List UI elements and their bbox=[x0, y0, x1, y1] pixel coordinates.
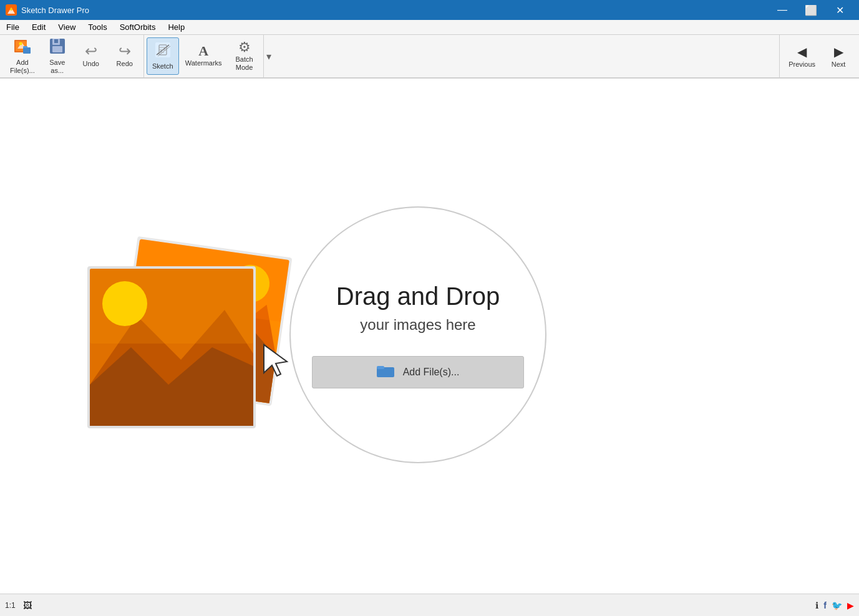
maximize-button[interactable]: ⬜ bbox=[797, 0, 825, 20]
drag-drop-title: Drag and Drop bbox=[336, 281, 500, 311]
batch-mode-icon: ⚙ bbox=[238, 41, 251, 54]
toolbar: AddFile(s)... Saveas... ↩ Undo ↪ Redo bbox=[0, 35, 859, 79]
svg-rect-12 bbox=[54, 39, 58, 43]
main-content: Drag and Drop your images here Add File(… bbox=[0, 79, 859, 594]
previous-icon: ◀ bbox=[797, 44, 807, 59]
add-files-drop-label: Add File(s)... bbox=[403, 367, 460, 378]
close-button[interactable]: ✕ bbox=[825, 0, 854, 20]
cursor-icon bbox=[261, 342, 292, 382]
image-info-icon: 🖼 bbox=[23, 600, 32, 610]
add-files-drop-button[interactable]: Add File(s)... bbox=[312, 356, 524, 388]
menu-help[interactable]: Help bbox=[162, 20, 191, 34]
sketch-icon bbox=[154, 41, 172, 61]
menu-file[interactable]: File bbox=[0, 20, 26, 34]
status-social-icons: ℹ f 🐦 ▶ bbox=[815, 600, 854, 610]
save-as-button[interactable]: Saveas... bbox=[41, 37, 74, 75]
menu-edit[interactable]: Edit bbox=[26, 20, 52, 34]
sketch-button[interactable]: Sketch bbox=[147, 37, 179, 75]
toolbar-tools-group: Sketch A Watermarks ⚙ BatchMode bbox=[144, 35, 264, 77]
svg-rect-37 bbox=[377, 366, 384, 369]
status-bar: 1:1 🖼 ℹ f 🐦 ▶ bbox=[0, 594, 859, 616]
photo-illustration bbox=[62, 229, 312, 441]
svg-rect-8 bbox=[23, 46, 27, 48]
previous-label: Previous bbox=[789, 60, 815, 68]
facebook-icon: f bbox=[823, 600, 827, 610]
menu-bar: File Edit View Tools SoftOrbits Help bbox=[0, 20, 859, 35]
youtube-icon: ▶ bbox=[847, 600, 854, 610]
add-files-icon bbox=[13, 37, 32, 57]
add-files-label: AddFile(s)... bbox=[10, 59, 35, 75]
svg-point-2 bbox=[10, 8, 12, 11]
drop-zone-circle[interactable]: Drag and Drop your images here Add File(… bbox=[287, 204, 549, 468]
next-button[interactable]: ▶ Next bbox=[823, 37, 854, 75]
undo-label: Undo bbox=[83, 60, 99, 68]
batch-mode-button[interactable]: ⚙ BatchMode bbox=[228, 37, 261, 75]
save-as-label: Saveas... bbox=[49, 59, 65, 75]
folder-icon bbox=[377, 363, 396, 381]
previous-button[interactable]: ◀ Previous bbox=[782, 37, 822, 75]
svg-rect-33 bbox=[90, 269, 253, 344]
app-title: Sketch Drawer Pro bbox=[21, 6, 768, 15]
window-controls: — ⬜ ✕ bbox=[768, 0, 854, 20]
watermarks-label: Watermarks bbox=[185, 59, 222, 67]
svg-marker-34 bbox=[264, 345, 287, 376]
next-icon: ▶ bbox=[834, 44, 843, 59]
next-label: Next bbox=[832, 60, 846, 68]
title-bar: Sketch Drawer Pro — ⬜ ✕ bbox=[0, 0, 859, 20]
svg-point-6 bbox=[19, 42, 22, 45]
add-files-button[interactable]: AddFile(s)... bbox=[5, 37, 40, 75]
drag-drop-subtitle: your images here bbox=[360, 316, 475, 334]
redo-button[interactable]: ↪ Redo bbox=[109, 37, 141, 75]
menu-view[interactable]: View bbox=[52, 20, 82, 34]
undo-button[interactable]: ↩ Undo bbox=[75, 37, 107, 75]
info-icon: ℹ bbox=[815, 600, 818, 610]
batch-mode-label: BatchMode bbox=[236, 55, 253, 72]
redo-icon: ↪ bbox=[119, 44, 131, 59]
twitter-icon: 🐦 bbox=[832, 600, 842, 610]
watermarks-button[interactable]: A Watermarks bbox=[180, 37, 227, 75]
svg-rect-7 bbox=[23, 47, 31, 54]
watermarks-icon: A bbox=[198, 44, 208, 58]
undo-icon: ↩ bbox=[85, 44, 97, 59]
app-icon bbox=[5, 4, 17, 16]
menu-tools[interactable]: Tools bbox=[82, 20, 113, 34]
menu-softorbits[interactable]: SoftOrbits bbox=[114, 20, 162, 34]
redo-label: Redo bbox=[117, 60, 133, 68]
minimize-button[interactable]: — bbox=[768, 0, 797, 20]
zoom-level: 1:1 bbox=[5, 601, 16, 610]
toolbar-main-group: AddFile(s)... Saveas... ↩ Undo ↪ Redo bbox=[2, 35, 144, 77]
toolbar-nav: ◀ Previous ▶ Next bbox=[779, 35, 857, 77]
save-as-icon bbox=[49, 37, 66, 57]
sketch-label: Sketch bbox=[152, 62, 173, 70]
toolbar-expand-button[interactable]: ▾ bbox=[264, 35, 274, 77]
svg-rect-11 bbox=[52, 46, 62, 52]
